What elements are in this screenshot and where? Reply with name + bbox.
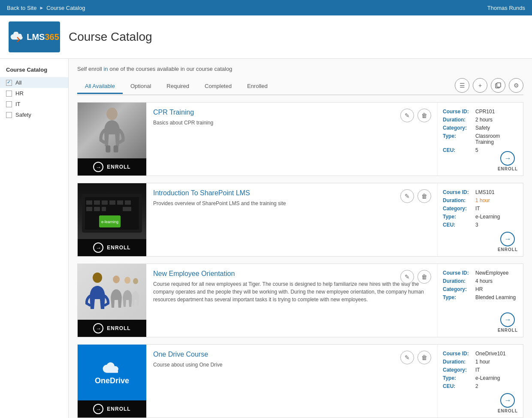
delete-button-cpr[interactable]: 🗑 [417,109,431,122]
sidebar-checkbox-hr [6,91,12,97]
sidebar-label-it: IT [15,101,21,107]
meta-label-duration-ne: Duration: [443,278,474,284]
enroll-meta-sp[interactable]: → ENROLL [498,232,518,252]
enroll-meta-label-cpr: ENROLL [498,167,518,171]
delete-button-od[interactable]: 🗑 [417,351,431,364]
delete-button-ne[interactable]: 🗑 [417,270,431,284]
copy-button[interactable] [491,78,505,93]
keyboard-icon: e-learning [80,192,144,239]
sidebar-checkbox-safety [6,112,12,118]
course-thumb-od: OneDrive → ENROLL [78,345,146,418]
svg-rect-4 [114,145,118,153]
tab-completed[interactable]: Completed [197,79,239,94]
topbar: Back to Site ► Course Catalog Thomas Run… [0,0,532,15]
enroll-label-ne: ENROLL [107,325,130,331]
meta-value-type-ne: Blended Learning [475,294,516,300]
meta-value-ceu-cpr: 5 [475,147,478,153]
course-actions-cpr: ✎ 🗑 [400,109,431,122]
meta-label-duration: Duration: [443,117,474,123]
svg-point-20 [113,276,120,283]
onedrive-cloud-icon [102,360,122,374]
course-desc-ne: Course required for all new employees at… [153,280,430,303]
enroll-meta-cpr[interactable]: → ENROLL [498,151,518,171]
meta-value-duration-ne: 4 hours [475,278,493,284]
enroll-circle-icon-ne: → [93,323,103,333]
tab-enrolled[interactable]: Enrolled [239,79,275,94]
meta-value-duration-od: 1 hour [475,359,490,365]
enroll-circle-icon-sp: → [93,242,103,253]
list-view-button[interactable]: ☰ [455,78,469,93]
subtitle-text-before: Self enroll [77,66,103,72]
course-body-ne: New Employee Orientation Course required… [146,264,437,337]
enroll-circle-icon-cpr: → [93,162,103,172]
meta-label-category-od: Category: [443,367,474,373]
subtitle-link[interactable]: in [103,66,108,72]
sidebar-item-all[interactable]: All [0,77,68,88]
meta-value-course-id-cpr: CPR101 [475,109,495,115]
svg-point-2 [106,108,118,120]
course-desc-sp: Provides overview of SharePoint LMS and … [153,200,430,207]
enroll-overlay-ne[interactable]: → ENROLL [78,320,146,337]
enroll-overlay-od[interactable]: → ENROLL [78,400,146,418]
ne-image [78,264,146,320]
course-thumb-cpr: → ENROLL [78,103,146,176]
enroll-meta-label-sp: ENROLL [498,247,518,252]
course-card-onedrive: OneDrive → ENROLL One Drive Course Cours… [77,344,523,418]
enroll-meta-ne[interactable]: → ENROLL [498,312,518,333]
enroll-meta-od[interactable]: → ENROLL [498,393,518,413]
sidebar-item-safety[interactable]: Safety [0,109,68,120]
course-meta-ne: Course ID:NewEmployee Duration:4 hours C… [437,264,523,337]
meta-value-category-cpr: Safety [475,125,490,131]
edit-button-od[interactable]: ✎ [400,351,414,364]
meta-value-category-sp: IT [475,206,480,212]
sidebar-label-hr: HR [15,90,24,97]
enroll-overlay-sp[interactable]: → ENROLL [78,239,146,256]
course-card-cpr: → ENROLL CPR Training Basics about CPR t… [77,102,523,176]
enroll-meta-icon-cpr: → [500,151,515,166]
course-card-orientation: → ENROLL New Employee Orientation Course… [77,264,523,337]
meta-value-duration-cpr: 2 hours [475,117,493,123]
meta-value-type-cpr: Classroom Training [475,133,518,145]
topbar-nav: Back to Site ► Course Catalog [7,5,85,11]
meta-label-ceu-od: CEU: [443,383,474,389]
meta-label-type-od: Type: [443,375,474,381]
subtitle-text-after: one of the courses available in our cour… [109,66,232,72]
onedrive-label: OneDrive [95,376,129,385]
meta-label-category-ne: Category: [443,286,474,292]
back-to-site-link[interactable]: Back to Site [7,5,36,11]
enroll-meta-icon-od: → [500,393,515,408]
settings-button[interactable]: ⚙ [509,78,523,93]
enroll-label-cpr: ENROLL [107,164,130,170]
edit-button-cpr[interactable]: ✎ [400,109,414,122]
tab-optional[interactable]: Optional [123,79,159,94]
meta-label-course-id-od: Course ID: [443,351,474,357]
course-title-sp: Introduction To SharePoint LMS [153,189,430,197]
sidebar-item-hr[interactable]: HR [0,88,68,99]
tabs-bar: All Available Optional Required Complete… [77,78,523,95]
tab-required[interactable]: Required [159,79,197,94]
sidebar-checkbox-it [6,101,12,107]
page-title: Course Catalog [69,30,152,44]
meta-value-type-sp: e-Learning [475,214,500,220]
course-actions-ne: ✎ 🗑 [400,270,431,284]
svg-rect-9 [86,200,92,205]
edit-button-sp[interactable]: ✎ [400,189,414,203]
meta-label-category-sp: Category: [443,206,474,212]
svg-rect-1 [497,83,501,87]
add-course-button[interactable]: + [473,78,487,93]
sidebar: Course Catalog All HR IT Safety [0,59,69,418]
enroll-label-sp: ENROLL [107,245,130,251]
delete-button-sp[interactable]: 🗑 [417,189,431,203]
course-body-cpr: CPR Training Basics about CPR training ✎… [146,103,437,176]
edit-button-ne[interactable]: ✎ [400,270,414,284]
tab-all-available[interactable]: All Available [77,79,123,94]
meta-value-ceu-sp: 3 [475,222,478,228]
enroll-overlay-cpr[interactable]: → ENROLL [78,158,146,176]
enroll-label-od: ENROLL [107,406,130,412]
sidebar-item-it[interactable]: IT [0,99,68,109]
svg-rect-10 [94,200,100,205]
meta-value-duration-sp: 1 hour [475,197,490,203]
course-thumb-ne: → ENROLL [78,264,146,337]
course-desc-od: Course about using One Drive [153,361,430,369]
person-icon [95,107,129,154]
